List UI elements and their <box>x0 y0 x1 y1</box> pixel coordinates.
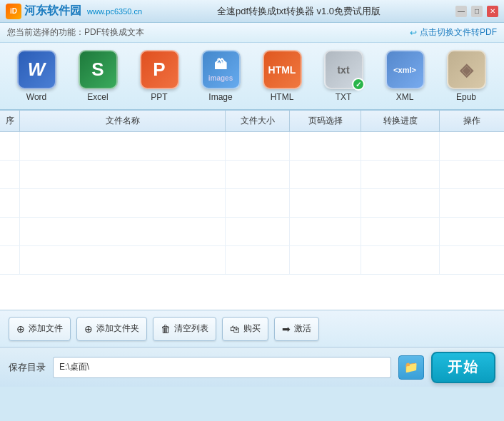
table-body <box>0 132 504 310</box>
html-icon-img: HTML <box>263 50 302 89</box>
maximize-button[interactable]: □ <box>471 6 483 17</box>
icon-toolbar: W Word S Excel P PPT 🏔 images <box>0 43 504 111</box>
ppt-label: PPT <box>151 92 167 102</box>
epub-symbol: ◈ <box>460 60 473 80</box>
start-label: 开始 <box>448 357 479 377</box>
table-header: 序 文件名称 文件大小 页码选择 转换进度 操作 <box>0 111 504 132</box>
excel-icon-img: S <box>79 50 118 89</box>
folder-icon: 📁 <box>404 360 418 374</box>
xml-label: XML <box>396 92 414 102</box>
add-file-button[interactable]: ⊕ 添加文件 <box>9 317 71 341</box>
start-button[interactable]: 开始 <box>431 352 495 383</box>
table-row <box>0 161 504 189</box>
col-header-action: 操作 <box>440 111 504 131</box>
txt-icon-btn[interactable]: txt ✓ TXT <box>316 50 371 102</box>
excel-icon-btn[interactable]: S Excel <box>70 50 126 102</box>
txt-text: txt <box>337 64 349 76</box>
word-label: Word <box>26 92 46 102</box>
clear-list-icon: 🗑 <box>161 323 171 335</box>
xml-text: <xml> <box>393 66 416 74</box>
site-url: www.pc6350.cn <box>87 7 142 16</box>
col-header-name: 文件名称 <box>20 111 226 131</box>
col-header-page: 页码选择 <box>290 111 361 131</box>
col-header-size: 文件大小 <box>226 111 290 131</box>
xml-icon-btn[interactable]: <xml> XML <box>377 50 433 102</box>
activate-button[interactable]: ➡ 激活 <box>274 317 319 341</box>
image-icon-btn[interactable]: 🏔 images Image <box>193 50 248 102</box>
file-table: 序 文件名称 文件大小 页码选择 转换进度 操作 <box>0 111 504 310</box>
buy-button[interactable]: 🛍 购买 <box>222 317 268 341</box>
current-function-label: 您当前选择的功能：PDF转换成文本 <box>7 26 144 39</box>
activate-label: 激活 <box>294 323 311 335</box>
subtitle-bar: 您当前选择的功能：PDF转换成文本 ↩ 点击切换文件转PDF <box>0 23 504 43</box>
buy-icon: 🛍 <box>230 323 240 335</box>
activate-icon: ➡ <box>282 323 291 335</box>
txt-checked-icon: ✓ <box>352 78 365 91</box>
image-mountain-icon: 🏔 <box>214 58 227 73</box>
window-controls: — □ ✕ <box>455 6 498 17</box>
excel-label: Excel <box>87 92 108 102</box>
save-path-row: 保存目录 📁 开始 <box>0 348 504 387</box>
site-name: 河东软件园 <box>24 4 81 19</box>
add-folder-button[interactable]: ⊕ 添加文件夹 <box>76 317 147 341</box>
ppt-letter: P <box>153 59 165 81</box>
epub-label: Epub <box>456 92 476 102</box>
table-row <box>0 132 504 161</box>
html-text: HTML <box>268 64 296 76</box>
buy-label: 购买 <box>243 323 261 335</box>
ppt-icon-btn[interactable]: P PPT <box>131 50 187 102</box>
switch-to-pdf-link[interactable]: ↩ 点击切换文件转PDF <box>410 26 497 39</box>
word-icon-btn[interactable]: W Word <box>9 50 64 102</box>
add-file-icon: ⊕ <box>16 323 25 335</box>
table-row <box>0 218 504 246</box>
html-icon-btn[interactable]: HTML HTML <box>254 50 310 102</box>
table-row <box>0 189 504 218</box>
word-letter: W <box>28 59 46 81</box>
add-folder-label: 添加文件夹 <box>96 323 139 335</box>
epub-icon-img: ◈ <box>447 50 486 89</box>
save-path-input[interactable] <box>53 357 391 378</box>
xml-icon-img: <xml> <box>385 50 425 89</box>
txt-label: TXT <box>336 92 352 102</box>
col-header-progress: 转换进度 <box>361 111 440 131</box>
txt-icon-img: txt ✓ <box>324 50 363 89</box>
add-file-label: 添加文件 <box>29 323 63 335</box>
minimize-button[interactable]: — <box>455 6 467 17</box>
image-label: Image <box>208 92 232 102</box>
save-path-label: 保存目录 <box>9 361 46 374</box>
add-folder-icon: ⊕ <box>84 323 93 335</box>
browse-folder-button[interactable]: 📁 <box>398 355 424 380</box>
excel-letter: S <box>91 59 104 81</box>
image-icon-img: 🏔 images <box>201 50 241 89</box>
epub-icon-btn[interactable]: ◈ Epub <box>438 50 494 102</box>
html-label: HTML <box>271 92 294 102</box>
table-row <box>0 246 504 275</box>
image-word-label: images <box>208 74 233 82</box>
logo-text: iD <box>10 7 17 15</box>
logo-badge: iD <box>6 4 21 19</box>
title-bar: iD 河东软件园 www.pc6350.cn 全速pdf转换成txt转换器 v1… <box>0 0 504 23</box>
col-header-seq: 序 <box>0 111 20 131</box>
logo-area: iD 河东软件园 www.pc6350.cn <box>6 4 142 19</box>
close-button[interactable]: ✕ <box>487 6 498 17</box>
word-icon-img: W <box>17 50 56 89</box>
ppt-icon-img: P <box>140 50 179 89</box>
clear-list-label: 清空列表 <box>174 323 208 335</box>
clear-list-button[interactable]: 🗑 清空列表 <box>153 317 216 341</box>
arrow-icon: ↩ <box>410 28 417 38</box>
app-title: 全速pdf转换成txt转换器 v1.0免费试用版 <box>142 5 455 18</box>
bottom-toolbar: ⊕ 添加文件 ⊕ 添加文件夹 🗑 清空列表 🛍 购买 ➡ 激活 <box>0 310 504 348</box>
switch-label: 点击切换文件转PDF <box>420 26 497 39</box>
